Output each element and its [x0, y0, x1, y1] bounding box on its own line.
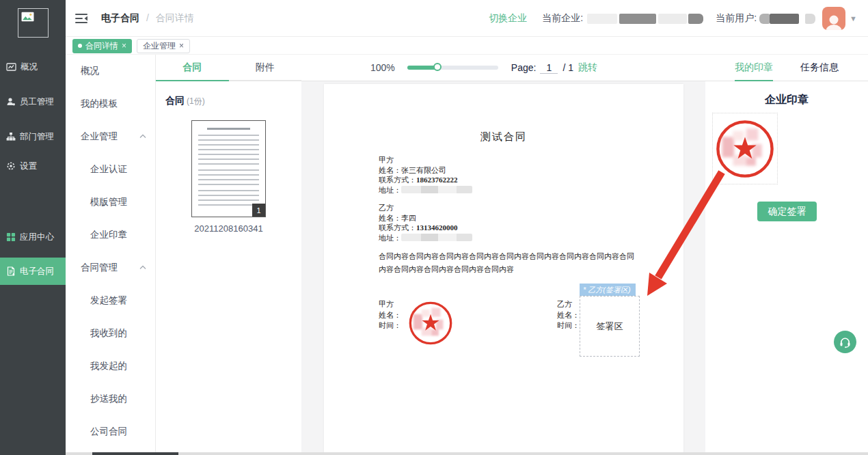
contract-list-panel: 合同 附件 合同(1份) 1 20211208160341	[156, 55, 301, 452]
contract-panel-tabs: 合同 附件	[156, 55, 301, 81]
close-icon[interactable]: ×	[179, 42, 184, 50]
zoom-slider-handle[interactable]	[433, 63, 442, 71]
chevron-down-icon[interactable]: ▼	[850, 14, 857, 23]
current-company-redacted	[587, 12, 703, 25]
contract-document-page: 测试合同 甲方 姓名：张三有限公司 联系方式：18623762222 地址： 乙…	[324, 84, 683, 455]
subnav-company-mgmt-group[interactable]: 企业管理	[66, 120, 155, 153]
subnav-cc-me[interactable]: 抄送我的	[66, 383, 155, 415]
tab-contract[interactable]: 合同	[156, 55, 229, 81]
jump-link[interactable]: 跳转	[578, 61, 597, 74]
contract-title: 测试合同	[324, 130, 683, 143]
headset-icon	[839, 336, 852, 348]
party-a-info: 甲方 姓名：张三有限公司 联系方式：18623762222 地址：	[379, 155, 472, 195]
current-user-redacted	[759, 12, 815, 25]
page-number-input[interactable]: 1	[540, 62, 558, 74]
workspace-tab-contract-detail[interactable]: 合同详情 ×	[72, 39, 132, 53]
sidebar-item-label: 设置	[20, 161, 37, 172]
subnav-label: 发起签署	[90, 294, 127, 307]
subnav-label: 企业管理	[81, 130, 118, 143]
current-company-label: 当前企业:	[542, 12, 583, 25]
app-logo[interactable]	[18, 8, 49, 38]
subnav-label: 企业认证	[90, 163, 127, 176]
sign-block-party-b: 乙方 姓名： 时间：	[557, 299, 580, 331]
subnav-label: 抄送我的	[90, 393, 127, 405]
sidebar-item-settings[interactable]: 设置	[0, 152, 66, 180]
subnav-template-mgmt[interactable]: 模版管理	[66, 186, 155, 219]
contract-count: (1份)	[187, 96, 205, 106]
person-icon	[825, 14, 843, 30]
subnav-my-templates[interactable]: 我的模板	[66, 87, 155, 120]
party-b-address: 地址：	[379, 233, 472, 243]
company-seal-stamp	[408, 301, 453, 346]
subnav-company-cert[interactable]: 企业认证	[66, 153, 155, 186]
sidebar-item-app-center[interactable]: 应用中心	[0, 223, 66, 251]
bottom-scrollbar[interactable]	[66, 452, 868, 455]
sign-zone-tag: * 乙方(签署区)	[580, 284, 636, 296]
contract-page-thumbnail[interactable]: 1	[191, 120, 266, 217]
employee-icon	[6, 97, 16, 107]
subnav-label: 概况	[81, 65, 99, 77]
sidebar-item-label: 概况	[21, 61, 38, 73]
chevron-up-icon	[139, 134, 146, 139]
redacted-address	[401, 234, 472, 241]
zoom-slider[interactable]	[407, 66, 498, 70]
switch-company-link[interactable]: 切换企业	[489, 12, 527, 25]
customer-service-button[interactable]	[834, 331, 856, 353]
party-a-heading: 甲方	[379, 155, 472, 165]
menu-fold-icon[interactable]	[75, 14, 87, 23]
seal-panel: 我的印章 任务信息 企业印章 确定签署	[705, 55, 868, 455]
subnav-initiated[interactable]: 我发起的	[66, 350, 155, 383]
contract-body: 合同内容合同内容合同内容合同内容合同内容合同内容合同内容合同内容合同内容合同内容…	[379, 250, 634, 276]
subnav-company-seal[interactable]: 企业印章	[66, 219, 155, 251]
sidebar-item-label: 应用中心	[20, 232, 54, 243]
subnav-contract-mgmt-group[interactable]: 合同管理	[66, 251, 155, 284]
party-a-name: 姓名：张三有限公司	[379, 165, 472, 176]
contract-icon	[6, 266, 16, 276]
breadcrumb: 电子合同 / 合同详情	[101, 12, 194, 25]
subnav-received[interactable]: 我收到的	[66, 317, 155, 350]
primary-sidebar: 概况 员工管理 部门管理 设置 应用中心 电子合同	[0, 0, 66, 455]
signature-zone[interactable]: 签署区	[580, 296, 640, 357]
tab-attachment[interactable]: 附件	[229, 55, 302, 81]
party-b-name: 姓名：李四	[379, 213, 472, 223]
sign-block-party-a: 甲方 姓名： 时间：	[379, 299, 401, 331]
sidebar-item-departments[interactable]: 部门管理	[0, 123, 66, 150]
company-seal-stamp	[715, 119, 775, 179]
subnav-overview[interactable]: 概况	[66, 55, 155, 87]
company-seal-option[interactable]	[712, 113, 778, 184]
close-icon[interactable]: ×	[122, 42, 126, 50]
subnav-initiate-sign[interactable]: 发起签署	[66, 284, 155, 317]
viewer-toolbar: 100% Page: 1 / 1 跳转	[301, 55, 705, 81]
workspace-tab-label: 企业管理	[143, 40, 176, 52]
gear-icon	[6, 161, 16, 171]
chevron-up-icon	[139, 265, 146, 270]
seal-section-title: 企业印章	[705, 93, 868, 107]
apps-icon	[6, 232, 16, 242]
sidebar-item-label: 员工管理	[20, 96, 54, 108]
confirm-sign-button[interactable]: 确定签署	[757, 202, 817, 221]
workspace-tab-company-mgmt[interactable]: 企业管理 ×	[137, 39, 190, 53]
party-b-heading: 乙方	[379, 203, 472, 213]
thumbnail-text-lines	[198, 169, 259, 185]
tab-task-info[interactable]: 任务信息	[800, 55, 839, 81]
subnav-label: 我的模板	[81, 98, 118, 110]
dashboard-icon	[6, 62, 16, 72]
party-a-address: 地址：	[379, 185, 472, 195]
sidebar-item-label: 部门管理	[20, 131, 54, 143]
top-header: 电子合同 / 合同详情 切换企业 当前企业: 当前用户: ▼	[66, 0, 868, 37]
current-user-label: 当前用户:	[716, 12, 757, 25]
sidebar-item-employees[interactable]: 员工管理	[0, 88, 66, 115]
subnav-label: 合同管理	[81, 262, 118, 274]
scrollbar-thumb[interactable]	[92, 452, 178, 455]
subnav-label: 我发起的	[90, 360, 127, 372]
sidebar-item-overview[interactable]: 概况	[0, 53, 66, 81]
sidebar-item-e-contract[interactable]: 电子合同	[0, 258, 66, 285]
document-viewer: 100% Page: 1 / 1 跳转 测试合同 甲方 姓名：张三有限公司 联系…	[301, 55, 705, 455]
contract-list-title: 合同(1份)	[165, 95, 301, 107]
page-label: Page:	[511, 62, 537, 73]
subnav-company-contracts[interactable]: 公司合同	[66, 415, 155, 448]
user-avatar[interactable]	[822, 7, 845, 30]
tab-my-seal[interactable]: 我的印章	[735, 55, 773, 81]
breadcrumb-section[interactable]: 电子合同	[101, 12, 139, 23]
zoom-percent: 100%	[370, 62, 395, 73]
